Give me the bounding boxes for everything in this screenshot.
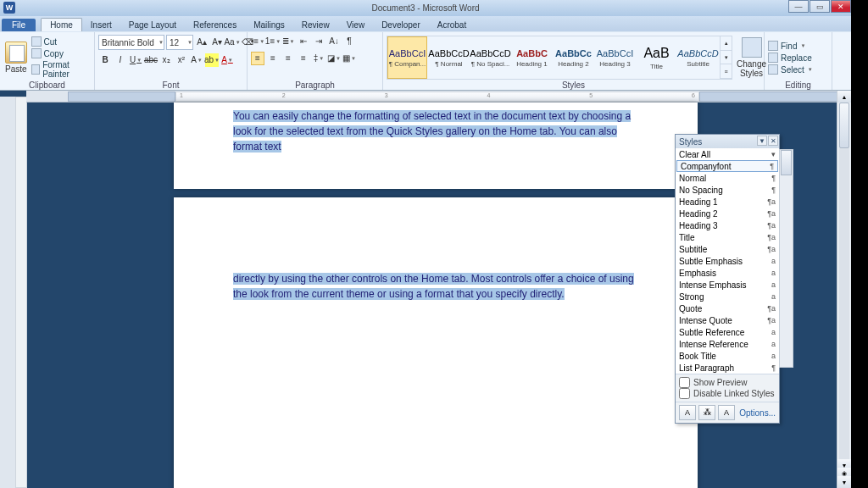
style-item-heading-3[interactable]: AaBbCcIHeading 3 (595, 36, 635, 79)
close-button[interactable]: ✕ (831, 0, 851, 13)
copy-button[interactable]: Copy (31, 48, 91, 58)
pane-scroll-thumb[interactable] (781, 150, 792, 175)
style-list-item[interactable]: Companyfont¶ (676, 160, 778, 172)
style-item-heading-1[interactable]: AaBbCHeading 1 (512, 36, 552, 79)
style-list-item[interactable]: Intense Quote¶a (676, 314, 779, 326)
italic-button[interactable]: I (114, 53, 127, 67)
new-style-button[interactable]: A (679, 405, 696, 420)
style-item-normal[interactable]: AaBbCcD¶ Normal (429, 36, 469, 79)
tab-review[interactable]: Review (293, 19, 338, 31)
font-size-combo[interactable]: 12▼ (166, 35, 193, 50)
tab-page-layout[interactable]: Page Layout (120, 19, 185, 31)
strikethrough-button[interactable]: abc (144, 53, 158, 67)
shrink-font-button[interactable]: A▾ (210, 36, 224, 49)
style-list-item[interactable]: Intense Emphasisa (676, 279, 779, 291)
manage-styles-button[interactable]: A (718, 405, 735, 420)
style-list-item[interactable]: Intense Referencea (676, 338, 779, 350)
style-item-companyfont[interactable]: AaBbCcI¶ Compan... (387, 36, 427, 79)
pane-dropdown-icon[interactable]: ▼ (757, 136, 767, 146)
bullets-button[interactable]: •≡▼ (251, 35, 264, 48)
gallery-more[interactable]: ▴▾≡ (720, 36, 732, 79)
replace-button[interactable]: Replace (768, 53, 813, 63)
find-button[interactable]: Find▼ (768, 41, 813, 51)
format-painter-button[interactable]: Format Painter (31, 60, 91, 79)
style-list-item[interactable]: Subtitle¶a (676, 243, 779, 255)
justify-button[interactable]: ≡ (297, 52, 310, 65)
style-list-item[interactable]: Heading 2¶a (676, 208, 779, 219)
page-2[interactable]: directly by using the other controls on … (174, 197, 698, 488)
style-item-subtitle[interactable]: AaBbCcDSubtitle (678, 36, 718, 79)
style-list-item[interactable]: Subtle Referencea (676, 326, 779, 338)
styles-gallery[interactable]: AaBbCcI¶ Compan... AaBbCcD¶ Normal AaBbC… (387, 36, 732, 80)
style-list-item[interactable]: Book Titlea (676, 350, 779, 362)
maximize-button[interactable]: ▭ (810, 0, 830, 13)
align-right-button[interactable]: ≡ (281, 52, 295, 65)
decrease-indent-button[interactable]: ⇤ (297, 35, 310, 48)
style-list-item[interactable]: No Spacing¶ (676, 184, 779, 196)
style-list-item[interactable]: Heading 1¶a (676, 196, 779, 208)
style-list-item[interactable]: Title¶a (676, 231, 779, 243)
tab-mailings[interactable]: Mailings (245, 19, 293, 31)
grow-font-button[interactable]: A▴ (195, 36, 209, 49)
change-styles-button[interactable]: Change Styles (735, 36, 768, 80)
change-case-button[interactable]: Aa▼ (225, 36, 239, 49)
minimize-button[interactable]: — (788, 0, 809, 13)
style-inspector-button[interactable]: ⁂ (698, 405, 715, 420)
highlight-button[interactable]: ab▼ (205, 53, 219, 67)
cut-button[interactable]: Cut (31, 36, 91, 47)
align-left-button[interactable]: ≡ (251, 52, 264, 65)
vertical-scrollbar[interactable]: ▲ ▼ ◉ ▼ (837, 91, 851, 488)
scroll-up-arrow[interactable]: ▲ (837, 91, 851, 103)
style-item-no-spacing[interactable]: AaBbCcD¶ No Spaci... (470, 36, 510, 79)
page-1[interactable]: You can easily change the formatting of … (174, 103, 698, 189)
checkbox[interactable] (679, 388, 690, 399)
font-name-combo[interactable]: Britannic Bold▼ (98, 35, 164, 50)
superscript-button[interactable]: x² (175, 53, 188, 67)
vertical-ruler[interactable] (15, 97, 27, 488)
disable-linked-checkbox[interactable]: Disable Linked Styles (679, 388, 776, 399)
style-list-item[interactable]: List Paragraph¶ (676, 362, 779, 374)
styles-options-link[interactable]: Options... (739, 408, 776, 418)
pane-scrollbar[interactable] (779, 149, 793, 368)
borders-button[interactable]: ▦▼ (342, 52, 356, 65)
selected-paragraph-1[interactable]: You can easily change the formatting of … (233, 110, 631, 152)
sort-button[interactable]: A↓ (327, 35, 341, 48)
scroll-track[interactable] (839, 103, 849, 459)
text-effects-button[interactable]: A▼ (190, 53, 203, 67)
bold-button[interactable]: B (98, 53, 112, 67)
styles-pane-title-bar[interactable]: Styles ▼✕ (676, 135, 779, 148)
style-item-heading-2[interactable]: AaBbCcHeading 2 (554, 36, 593, 79)
increase-indent-button[interactable]: ⇥ (312, 35, 326, 48)
tab-home[interactable]: Home (41, 18, 82, 31)
next-page-button[interactable]: ▼ (837, 476, 851, 488)
checkbox[interactable] (679, 377, 690, 388)
show-marks-button[interactable]: ¶ (342, 35, 356, 48)
style-list-item[interactable]: Normal¶ (676, 172, 779, 184)
style-list-item[interactable]: Quote¶a (676, 302, 779, 314)
numbering-button[interactable]: 1≡▼ (266, 35, 280, 48)
show-preview-checkbox[interactable]: Show Preview (679, 377, 776, 388)
line-spacing-button[interactable]: ‡▼ (312, 52, 326, 65)
underline-button[interactable]: U▼ (129, 53, 142, 67)
pane-close-icon[interactable]: ✕ (768, 136, 778, 146)
scroll-thumb[interactable] (839, 103, 849, 148)
style-item-title[interactable]: AaBTitle (637, 36, 676, 79)
tab-view[interactable]: View (338, 19, 374, 31)
tab-insert[interactable]: Insert (82, 19, 120, 31)
tab-file[interactable]: File (2, 19, 36, 31)
horizontal-ruler[interactable]: 1 2 3 4 5 6 (175, 92, 699, 102)
selected-paragraph-2[interactable]: directly by using the other controls on … (233, 273, 634, 300)
style-list-item[interactable]: Stronga (676, 291, 779, 302)
style-list-item[interactable]: Subtle Emphasisa (676, 255, 779, 267)
paste-button[interactable]: Paste (3, 42, 29, 74)
subscript-button[interactable]: x₂ (159, 53, 173, 67)
select-button[interactable]: Select▼ (768, 64, 813, 75)
tab-references[interactable]: References (185, 19, 245, 31)
style-list-item[interactable]: Heading 3¶a (676, 219, 779, 231)
multilevel-list-button[interactable]: ≣▼ (281, 35, 295, 48)
tab-developer[interactable]: Developer (373, 19, 429, 31)
style-list-item[interactable]: Emphasisa (676, 267, 779, 279)
font-color-button[interactable]: A▼ (220, 53, 234, 67)
shading-button[interactable]: ◪▼ (327, 52, 341, 65)
align-center-button[interactable]: ≡ (266, 52, 280, 65)
